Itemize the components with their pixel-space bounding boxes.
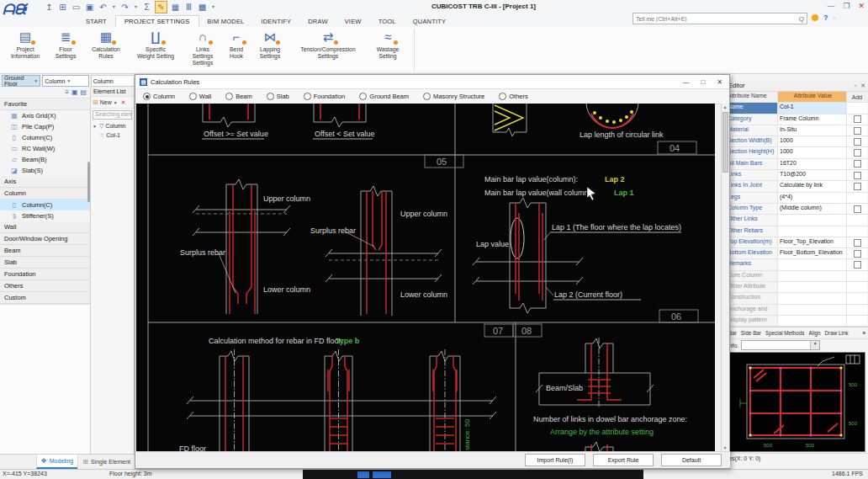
element-tree-group[interactable]: ▼ ▽ Column [91,121,134,130]
toolbar-item-special-methods[interactable]: Special Methods [765,330,805,336]
info-select[interactable]: ▼ [741,340,820,350]
attribute-row[interactable]: Section Height(H)1000 [726,147,868,158]
undo-more-icon[interactable]: ▾ [111,2,117,13]
tab-view[interactable]: VIEW [336,16,370,27]
toolbar-item-align[interactable]: Align [809,330,821,336]
section-preview-canvas[interactable]: 500 500 500 500 [728,352,865,452]
scroll-up-icon[interactable]: ▲ [722,104,728,111]
sidebar-item-column-c-[interactable]: ▯Column(C) [0,200,90,210]
attribute-value[interactable]: Floor_Bottom_Elevation [778,248,847,258]
dialog-minimize-icon[interactable]: — [682,78,689,86]
attribute-row[interactable]: Core Column [726,271,868,282]
radio-ground-beam[interactable]: Ground Beam [359,93,409,100]
minimize-icon[interactable]: — [827,2,834,10]
list-view-icon[interactable]: ≡ [65,88,69,96]
tab-draw[interactable]: DRAW [299,16,336,27]
attribute-value[interactable] [778,215,847,225]
sidebar-item-slab-s-[interactable]: ◪Slab(S) [0,165,90,176]
attribute-row[interactable]: Remarks [726,259,868,270]
table-icon[interactable]: ▦ [170,2,181,13]
sidebar-section-axis[interactable]: Axis [0,176,90,188]
element-search-input[interactable]: Searching element [93,110,132,120]
attribute-value[interactable]: In-Situ [778,125,847,136]
dialog-scrollbar[interactable]: ▲ ▼ [721,104,728,452]
attribute-row[interactable]: All Main Bars16T20 [726,159,868,170]
grid-icon[interactable]: ▩ [197,2,208,13]
wastage-setting-button[interactable]: ≈Wastage Setting [367,27,409,72]
new-project-icon[interactable]: ⊞ [57,2,68,13]
save-icon[interactable]: ▣ [84,2,95,13]
attribute-row[interactable]: Anchorage and [726,305,868,316]
floor-select[interactable]: Ground Floor▼ [2,75,40,87]
element-select[interactable]: Column▼ [42,75,88,87]
sidebar-section-door-window-opening[interactable]: Door/Window Opening [0,233,90,245]
specific-weight-setting-button[interactable]: ∐Specific Weight Setting [128,27,183,72]
sidebar-section-slab[interactable]: Slab [0,257,90,269]
lamp-icon[interactable] [812,14,818,21]
attribute-value[interactable]: T10@200 [778,170,847,180]
attribute-value[interactable]: 1000 [778,147,847,157]
sidebar-section-beam[interactable]: Beam [0,245,90,257]
attribute-row[interactable]: Column Type(Middle column) [726,204,868,215]
pin-icon[interactable]: ▫ [855,82,856,88]
tab-modeling[interactable]: ❖Modeling [36,455,78,469]
default-button[interactable]: Default [661,454,722,466]
delete-element-icon[interactable]: ✕ [121,99,126,106]
tab-bim-model[interactable]: BIM MODEL [199,16,253,27]
add-checkbox[interactable] [854,138,861,146]
radio-wall[interactable]: Wall [189,93,211,100]
radio-masonry-structure[interactable]: Masonry Structure [423,93,484,100]
sidebar-item-beam-b-[interactable]: ▱Beam(B) [0,154,90,165]
attribute-row[interactable]: MaterialIn-Situ [726,125,868,136]
attribute-row[interactable]: LinksT10@200 [726,170,868,181]
help-icon[interactable]: ? [823,13,828,22]
toolbar-item-draw-link[interactable]: Draw Link [825,330,849,336]
attribute-row[interactable]: Top Elevation(m)Floor_Top_Elevation [726,237,868,248]
attribute-value[interactable] [778,293,847,303]
attribute-row[interactable]: Other Links [726,215,868,226]
chevron-down-icon[interactable]: ▼ [114,100,118,105]
close-icon[interactable]: ✕ [858,2,865,10]
sidebar-section-wall[interactable]: Wall [0,221,90,233]
attribute-value[interactable]: Col-1 [778,103,847,113]
redo-icon[interactable]: ↷ [119,2,130,13]
calculation-rules-button[interactable]: ▦Calculation Rules [84,27,128,72]
attribute-row[interactable]: Section Width(B)1000 [726,136,868,147]
radio-beam[interactable]: Beam [225,93,252,100]
add-checkbox[interactable] [854,172,861,179]
tell-me-search[interactable]: Q [632,13,807,24]
open-icon[interactable]: ▭ [71,2,82,13]
add-checkbox[interactable] [854,250,861,258]
attribute-value[interactable]: (4*4) [778,193,847,203]
tension-compression-settings-button[interactable]: ⇄Tension/Compression Settings [289,27,367,72]
add-checkbox[interactable] [854,115,861,123]
radio-foundation[interactable]: Foundation [304,93,346,100]
add-checkbox[interactable] [854,160,861,168]
radio-others[interactable]: Others [499,93,528,100]
floor-settings-button[interactable]: ≣Floor Settings [47,27,84,72]
attribute-value[interactable] [778,259,847,269]
attribute-row[interactable]: Other Attribute [726,282,868,293]
add-checkbox[interactable] [854,261,861,269]
close-panel-icon[interactable]: ✕ [860,82,865,89]
undo-icon[interactable]: ↶ [98,2,108,13]
attribute-value[interactable] [778,316,847,326]
sidebar-item-stiffener-s-[interactable]: §Stiffener(S) [0,210,90,221]
attribute-row[interactable]: Bottom ElevationFloor_Bottom_Elevation [726,248,868,259]
panel-view-icon[interactable]: ▣ [71,88,78,96]
tab-start[interactable]: START [77,16,115,27]
attribute-value[interactable]: 16T20 [778,159,847,169]
sidebar-item-rc-wall-w-[interactable]: ▭RC Wall(W) [0,143,90,154]
attribute-value[interactable] [778,305,847,315]
home-icon[interactable]: ▫ [834,14,836,22]
type-select[interactable]: Column [91,75,135,87]
tab-identify[interactable]: IDENTIFY [252,16,299,27]
bend-hook-button[interactable]: ⌐Bend Hook [222,27,251,72]
import-rule-i--button[interactable]: Import Rule(I) [525,454,585,466]
attribute-row[interactable]: Other Rebars [726,226,868,237]
attribute-row[interactable]: Display pattern [726,316,868,327]
search-input[interactable] [633,16,799,22]
sidebar-section-foundation[interactable]: Foundation [0,269,90,280]
annotate-icon[interactable]: ✎ [155,1,167,13]
view-3d-icon[interactable]: Ⅲ [183,2,194,13]
